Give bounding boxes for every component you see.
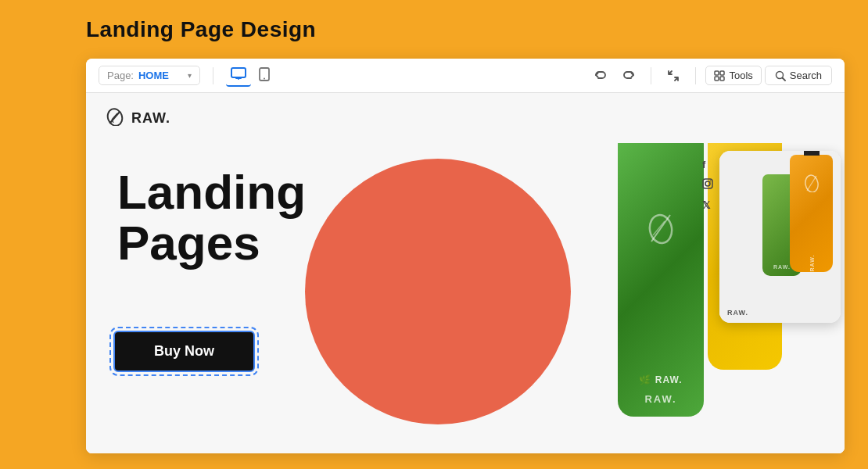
toolbar-right: Tools Search: [588, 66, 832, 85]
logo-leaf-icon: [105, 106, 125, 131]
separator-2: [651, 67, 651, 84]
green2-bottle-label: RAW.: [773, 264, 791, 270]
separator-1: [213, 67, 213, 84]
hero-title-line2: Pages: [117, 217, 306, 268]
svg-point-15: [264, 78, 265, 80]
svg-rect-31: [703, 179, 712, 188]
tools-btn[interactable]: Tools: [705, 66, 761, 85]
green-bottle-label: RAW.: [644, 393, 676, 405]
hero-text: Landing Pages: [117, 166, 306, 268]
instagram-icon: [702, 178, 713, 192]
canvas-area: RAW. Landing Pages Buy Now: [86, 93, 845, 453]
page-label: Page:: [107, 70, 134, 81]
svg-line-23: [110, 112, 120, 123]
mobile-view-btn[interactable]: [254, 64, 274, 87]
mobile-bottle-orange: RAW.: [790, 155, 833, 272]
facebook-icon: f: [702, 159, 713, 170]
svg-line-35: [807, 176, 816, 191]
mobile-preview: RAW. RAW. R: [719, 151, 841, 323]
logo-text: RAW.: [131, 110, 170, 127]
svg-rect-16: [715, 71, 719, 75]
hero-circle: [305, 159, 571, 424]
site-hero: Landing Pages Buy Now: [86, 143, 845, 453]
svg-rect-18: [715, 77, 719, 81]
page-title: Landing Page Design: [86, 17, 316, 42]
svg-point-33: [710, 181, 712, 182]
toolbar: Page: HOME ▾: [86, 59, 845, 93]
svg-point-32: [705, 181, 710, 186]
view-buttons: [226, 64, 274, 87]
redo-btn[interactable]: [616, 67, 641, 84]
buy-now-btn[interactable]: Buy Now: [113, 331, 255, 372]
undo-btn[interactable]: [588, 67, 613, 84]
svg-line-27: [651, 215, 670, 242]
social-icons: f 𝕏: [702, 159, 713, 211]
collapse-btn[interactable]: [661, 66, 686, 85]
canvas-content: RAW. Landing Pages Buy Now: [86, 93, 845, 453]
search-label: Search: [790, 70, 822, 81]
search-btn[interactable]: Search: [765, 66, 832, 85]
desktop-view-btn[interactable]: [226, 64, 251, 87]
orange-bottle-label: RAW.: [809, 255, 814, 272]
svg-rect-17: [720, 71, 724, 75]
bottle-green: RAW.: [618, 143, 704, 417]
page-selector[interactable]: Page: HOME ▾: [99, 66, 200, 85]
chevron-down-icon: ▾: [188, 71, 192, 80]
separator-3: [695, 67, 696, 84]
svg-line-28: [653, 221, 665, 235]
buy-now-wrapper: Buy Now: [113, 331, 255, 372]
website-preview: RAW. Landing Pages Buy Now: [86, 93, 845, 453]
svg-line-21: [782, 77, 785, 81]
editor-container: Page: HOME ▾: [86, 59, 845, 453]
mobile-bottle-area: RAW. RAW. R: [719, 151, 841, 323]
hero-title-line1: Landing: [117, 166, 306, 217]
twitter-icon: 𝕏: [702, 199, 713, 211]
site-header: RAW.: [86, 93, 845, 143]
tools-label: Tools: [729, 70, 752, 81]
mobile-raw-label: RAW.: [727, 309, 748, 317]
orange-bottle-leaf: [803, 170, 820, 195]
bottle-leaf-icon: [645, 206, 676, 251]
svg-rect-11: [231, 68, 246, 77]
page-value: HOME: [138, 70, 169, 81]
svg-rect-19: [720, 77, 724, 81]
